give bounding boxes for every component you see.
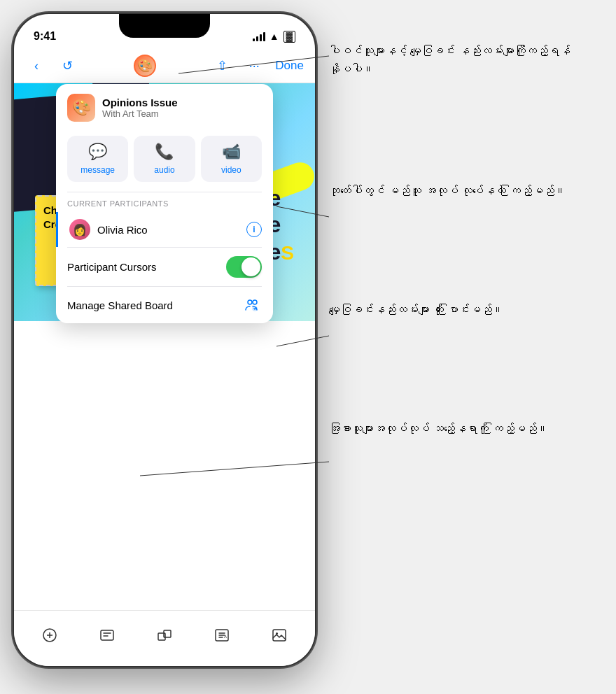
- audio-icon: 📞: [155, 143, 174, 161]
- notch: [119, 14, 210, 38]
- done-button[interactable]: Done: [275, 59, 304, 73]
- participant-avatar: 👩: [69, 219, 90, 240]
- signal-icon: [253, 32, 265, 41]
- text-tool-button[interactable]: [92, 620, 122, 651]
- status-icons: ▲ ▓: [253, 31, 295, 43]
- participant-row[interactable]: 👩 Olivia Rico i: [56, 212, 273, 247]
- status-time: 9:41: [34, 30, 56, 43]
- phone-frame: 9:41 ▲ ▓ ‹ ↺ 🎨 ⇧ ··· Done 👩: [14, 14, 315, 666]
- wifi-icon: ▲: [270, 31, 279, 42]
- board-title: Opinions Issue With Art Team: [102, 97, 178, 119]
- back-button[interactable]: ‹: [25, 55, 48, 77]
- svg-rect-9: [273, 630, 286, 641]
- participant-name: Olivia Rico: [97, 224, 239, 236]
- undo-button[interactable]: ↺: [56, 55, 78, 77]
- board-icon: 🎨: [67, 94, 95, 122]
- svg-text:A: A: [224, 635, 227, 639]
- message-icon: 💬: [88, 143, 107, 161]
- video-label: video: [221, 165, 241, 175]
- participants-section-label: CURRENT PARTICIPANTS: [56, 192, 273, 212]
- image-tool-button[interactable]: [264, 620, 295, 651]
- manage-row[interactable]: Manage Shared Board: [56, 287, 273, 323]
- video-icon: 📹: [222, 143, 241, 161]
- annotation-1: ပါဝင်သူများနင့် မျှဝေခြင်း နည်းလမ်းများက…: [329, 42, 574, 78]
- board-header: 🎨 Opinions Issue With Art Team: [56, 84, 273, 129]
- audio-label: audio: [154, 165, 174, 175]
- svg-point-1: [253, 300, 257, 304]
- battery-icon: ▓: [284, 31, 295, 43]
- manage-label: Manage Shared Board: [67, 299, 235, 311]
- share-button[interactable]: ⇧: [211, 55, 233, 77]
- message-button[interactable]: 💬 message: [67, 136, 128, 182]
- shapes-tool-button[interactable]: [149, 620, 180, 651]
- audio-button[interactable]: 📞 audio: [134, 136, 195, 182]
- info-button[interactable]: i: [246, 222, 262, 237]
- svg-rect-4: [101, 630, 113, 640]
- toolbar-left: ‹ ↺: [25, 55, 78, 77]
- manage-shared-board-icon: [242, 295, 262, 315]
- action-buttons: 💬 message 📞 audio 📹 video: [56, 129, 273, 192]
- text-insert-button[interactable]: A: [206, 620, 237, 651]
- annotation-2: ဘုတ်ပေါ်တွင် မည်သူ အလုပ် လုပ်နေလဲ ကြည့်မ…: [329, 182, 574, 200]
- toolbar-right: ⇧ ··· Done: [211, 55, 304, 77]
- pen-tool-button[interactable]: [34, 620, 65, 651]
- message-label: message: [80, 165, 115, 175]
- svg-point-0: [248, 300, 252, 304]
- annotation-4: အခြားသူများအလုပ်လုပ် သည့်နေရာကို ကြည့်မည…: [329, 420, 574, 438]
- toggle-label: Participant Cursors: [67, 261, 219, 273]
- annotation-3: မျှဝေခြင်းနည်းလမ်းများ ကို ပြောင်းမည်။: [329, 301, 574, 319]
- more-button[interactable]: ···: [243, 55, 265, 77]
- popup-panel: 🎨 Opinions Issue With Art Team 💬 message…: [56, 84, 273, 323]
- bottom-toolbar: A: [14, 610, 315, 666]
- board-name: Opinions Issue: [102, 97, 178, 108]
- toolbar: ‹ ↺ 🎨 ⇧ ··· Done: [14, 49, 315, 83]
- user-avatar[interactable]: 🎨: [134, 55, 156, 77]
- video-button[interactable]: 📹 video: [201, 136, 262, 182]
- participant-cursors-toggle[interactable]: [226, 256, 262, 278]
- toggle-knob: [241, 257, 260, 276]
- toggle-row: Participant Cursors: [56, 248, 273, 286]
- board-subtitle: With Art Team: [102, 108, 178, 119]
